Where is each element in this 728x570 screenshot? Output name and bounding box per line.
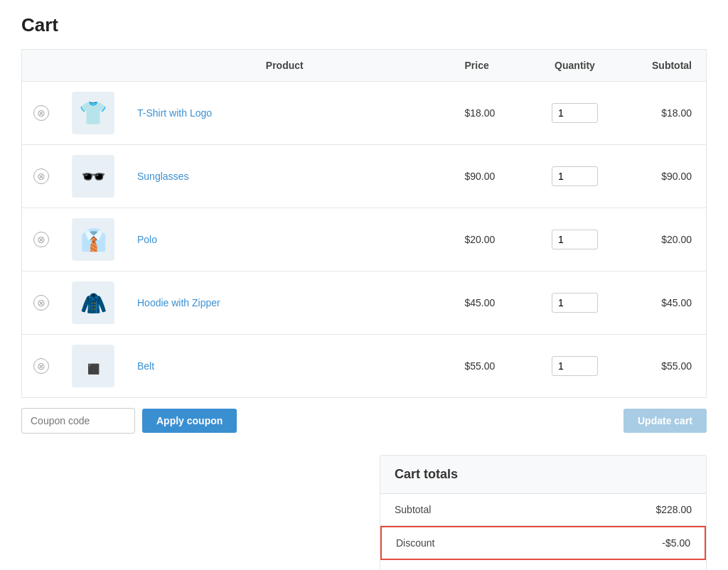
col-header-quantity: Quantity	[529, 50, 621, 82]
image-cell	[60, 335, 126, 398]
discount-row: Discount -$5.00	[380, 526, 706, 560]
hoodie-icon	[80, 291, 107, 316]
product-image-tshirt	[72, 92, 114, 134]
product-image-belt	[72, 345, 114, 387]
product-name-cell: Hoodie with Zipper	[126, 271, 444, 335]
qty-cell	[529, 145, 621, 208]
subtotal-cell: $45.00	[621, 271, 707, 335]
image-cell	[60, 82, 126, 145]
price-cell: $90.00	[444, 145, 529, 208]
qty-cell	[529, 335, 621, 398]
price-cell: $45.00	[444, 271, 529, 335]
remove-button-tshirt[interactable]: ⊗	[33, 105, 49, 121]
product-link-polo[interactable]: Polo	[137, 234, 157, 245]
remove-cell: ⊗	[22, 145, 61, 208]
subtotal-row: Subtotal $228.00	[380, 494, 706, 526]
cart-table: Product Price Quantity Subtotal ⊗ T-Shir…	[21, 49, 707, 398]
table-row: ⊗ Polo $20.00 $20.00	[22, 208, 707, 271]
coupon-left: Apply coupon	[21, 408, 237, 434]
remove-cell: ⊗	[22, 82, 61, 145]
remove-button-belt[interactable]: ⊗	[33, 358, 49, 374]
col-header-image	[60, 50, 126, 82]
remove-cell: ⊗	[22, 271, 61, 335]
product-link-hoodie[interactable]: Hoodie with Zipper	[137, 297, 220, 308]
col-header-remove	[22, 50, 61, 82]
coupon-input[interactable]	[21, 408, 135, 434]
price-cell: $18.00	[444, 82, 529, 145]
table-row: ⊗ Hoodie with Zipper $45.00 $45.00	[22, 271, 707, 335]
table-row: ⊗ Belt $55.00 $55.00	[22, 335, 707, 398]
product-image-hoodie	[72, 281, 114, 324]
cart-totals-title: Cart totals	[380, 456, 706, 494]
remove-button-polo[interactable]: ⊗	[33, 232, 49, 247]
page-title: Cart	[21, 14, 707, 36]
product-link-tshirt[interactable]: T-Shirt with Logo	[137, 107, 212, 119]
sunglasses-icon	[81, 165, 106, 188]
col-header-subtotal: Subtotal	[621, 50, 707, 82]
qty-cell	[529, 271, 621, 335]
qty-input-tshirt[interactable]	[552, 103, 598, 123]
product-name-cell: T-Shirt with Logo	[126, 82, 444, 145]
tshirt-icon	[79, 100, 107, 127]
subtotal-cell: $20.00	[621, 208, 707, 271]
product-link-belt[interactable]: Belt	[137, 360, 154, 372]
table-row: ⊗ T-Shirt with Logo $18.00 $18.00	[22, 82, 707, 145]
qty-cell	[529, 82, 621, 145]
col-header-price: Price	[444, 50, 529, 82]
image-cell	[60, 145, 126, 208]
product-name-cell: Belt	[126, 335, 444, 398]
update-cart-button[interactable]: Update cart	[623, 409, 707, 433]
apply-coupon-button[interactable]: Apply coupon	[142, 409, 237, 433]
price-cell: $20.00	[444, 208, 529, 271]
cart-totals: Cart totals Subtotal $228.00 Discount -$…	[380, 455, 707, 570]
qty-input-belt[interactable]	[552, 356, 598, 376]
product-name-cell: Polo	[126, 208, 444, 271]
subtotal-label: Subtotal	[395, 504, 431, 515]
product-image-sunglasses	[72, 155, 114, 198]
image-cell	[60, 208, 126, 271]
remove-button-hoodie[interactable]: ⊗	[33, 295, 49, 311]
product-link-sunglasses[interactable]: Sunglasses	[137, 171, 188, 182]
subtotal-cell: $55.00	[621, 335, 707, 398]
col-header-product: Product	[126, 50, 444, 82]
product-image-polo	[72, 218, 114, 261]
subtotal-cell: $90.00	[621, 145, 707, 208]
qty-input-polo[interactable]	[552, 230, 598, 249]
belt-icon	[87, 355, 100, 377]
subtotal-cell: $18.00	[621, 82, 707, 145]
coupon-row: Apply coupon Update cart	[21, 408, 707, 434]
discount-value: -$5.00	[662, 537, 690, 549]
image-cell	[60, 271, 126, 335]
qty-cell	[529, 208, 621, 271]
discount-label: Discount	[396, 537, 434, 549]
remove-cell: ⊗	[22, 208, 61, 271]
price-cell: $55.00	[444, 335, 529, 398]
table-row: ⊗ Sunglasses $90.00 $90.00	[22, 145, 707, 208]
polo-icon	[80, 227, 107, 252]
total-row: Total $223.00	[380, 560, 706, 570]
cart-totals-wrapper: Cart totals Subtotal $228.00 Discount -$…	[21, 455, 707, 570]
remove-cell: ⊗	[22, 335, 61, 398]
subtotal-value: $228.00	[655, 504, 692, 515]
remove-button-sunglasses[interactable]: ⊗	[33, 168, 49, 184]
qty-input-sunglasses[interactable]	[552, 166, 598, 186]
qty-input-hoodie[interactable]	[552, 293, 598, 313]
product-name-cell: Sunglasses	[126, 145, 444, 208]
